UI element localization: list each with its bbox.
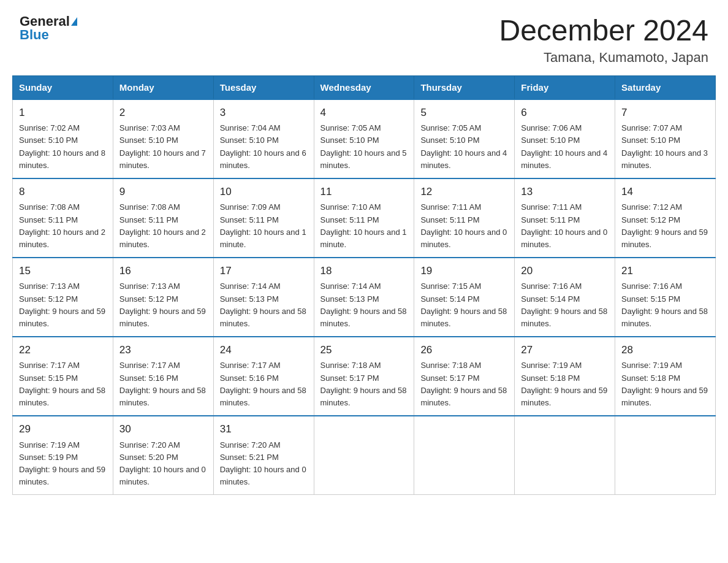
calendar-week-row: 29Sunrise: 7:19 AMSunset: 5:19 PMDayligh… (13, 416, 716, 495)
table-row: 26Sunrise: 7:18 AMSunset: 5:17 PMDayligh… (414, 337, 515, 416)
day-number: 25 (320, 342, 408, 358)
day-number: 22 (19, 342, 107, 358)
day-number: 1 (19, 105, 107, 121)
table-row: 14Sunrise: 7:12 AMSunset: 5:12 PMDayligh… (615, 178, 716, 258)
day-info: Sunrise: 7:18 AMSunset: 5:17 PMDaylight:… (420, 359, 508, 409)
calendar-week-row: 8Sunrise: 7:08 AMSunset: 5:11 PMDaylight… (13, 178, 716, 258)
col-monday: Monday (113, 75, 213, 99)
day-info: Sunrise: 7:18 AMSunset: 5:17 PMDaylight:… (320, 359, 408, 409)
col-thursday: Thursday (414, 75, 515, 99)
table-row: 11Sunrise: 7:10 AMSunset: 5:11 PMDayligh… (314, 178, 414, 258)
day-number: 4 (320, 105, 408, 121)
table-row: 25Sunrise: 7:18 AMSunset: 5:17 PMDayligh… (314, 337, 414, 416)
day-number: 13 (521, 184, 609, 200)
day-info: Sunrise: 7:17 AMSunset: 5:15 PMDaylight:… (19, 359, 107, 409)
day-number: 16 (119, 263, 207, 279)
col-wednesday: Wednesday (314, 75, 414, 99)
table-row: 6Sunrise: 7:06 AMSunset: 5:10 PMDaylight… (515, 99, 615, 178)
logo-triangle-icon (71, 17, 77, 26)
table-row: 16Sunrise: 7:13 AMSunset: 5:12 PMDayligh… (113, 258, 213, 337)
day-info: Sunrise: 7:07 AMSunset: 5:10 PMDaylight:… (621, 122, 709, 172)
table-row: 13Sunrise: 7:11 AMSunset: 5:11 PMDayligh… (515, 178, 615, 258)
day-info: Sunrise: 7:02 AMSunset: 5:10 PMDaylight:… (19, 122, 107, 172)
col-saturday: Saturday (615, 75, 716, 99)
day-info: Sunrise: 7:08 AMSunset: 5:11 PMDaylight:… (19, 201, 107, 251)
day-info: Sunrise: 7:17 AMSunset: 5:16 PMDaylight:… (220, 359, 308, 409)
day-number: 20 (521, 263, 609, 279)
day-number: 24 (220, 342, 308, 358)
day-info: Sunrise: 7:11 AMSunset: 5:11 PMDaylight:… (521, 201, 609, 251)
table-row: 12Sunrise: 7:11 AMSunset: 5:11 PMDayligh… (414, 178, 515, 258)
title-section: December 2024 Tamana, Kumamoto, Japan (499, 15, 708, 66)
table-row (615, 416, 716, 495)
day-number: 27 (521, 342, 609, 358)
table-row: 2Sunrise: 7:03 AMSunset: 5:10 PMDaylight… (113, 99, 213, 178)
day-info: Sunrise: 7:05 AMSunset: 5:10 PMDaylight:… (320, 122, 408, 172)
day-number: 11 (320, 184, 408, 200)
table-row: 21Sunrise: 7:16 AMSunset: 5:15 PMDayligh… (615, 258, 716, 337)
day-number: 10 (220, 184, 308, 200)
day-number: 18 (320, 263, 408, 279)
logo-blue-text: Blue (20, 28, 49, 42)
table-row: 8Sunrise: 7:08 AMSunset: 5:11 PMDaylight… (13, 178, 113, 258)
table-row: 31Sunrise: 7:20 AMSunset: 5:21 PMDayligh… (213, 416, 314, 495)
day-number: 15 (19, 263, 107, 279)
day-info: Sunrise: 7:13 AMSunset: 5:12 PMDaylight:… (119, 280, 207, 330)
day-info: Sunrise: 7:14 AMSunset: 5:13 PMDaylight:… (320, 280, 408, 330)
col-friday: Friday (515, 75, 615, 99)
table-row: 19Sunrise: 7:15 AMSunset: 5:14 PMDayligh… (414, 258, 515, 337)
day-info: Sunrise: 7:14 AMSunset: 5:13 PMDaylight:… (220, 280, 308, 330)
table-row: 5Sunrise: 7:05 AMSunset: 5:10 PMDaylight… (414, 99, 515, 178)
day-number: 23 (119, 342, 207, 358)
day-info: Sunrise: 7:04 AMSunset: 5:10 PMDaylight:… (220, 122, 308, 172)
calendar-table: Sunday Monday Tuesday Wednesday Thursday… (12, 75, 716, 495)
table-row: 23Sunrise: 7:17 AMSunset: 5:16 PMDayligh… (113, 337, 213, 416)
day-number: 9 (119, 184, 207, 200)
table-row: 27Sunrise: 7:19 AMSunset: 5:18 PMDayligh… (515, 337, 615, 416)
day-info: Sunrise: 7:06 AMSunset: 5:10 PMDaylight:… (521, 122, 609, 172)
day-info: Sunrise: 7:11 AMSunset: 5:11 PMDaylight:… (420, 201, 508, 251)
day-info: Sunrise: 7:16 AMSunset: 5:14 PMDaylight:… (521, 280, 609, 330)
day-number: 17 (220, 263, 308, 279)
table-row: 24Sunrise: 7:17 AMSunset: 5:16 PMDayligh… (213, 337, 314, 416)
day-number: 3 (220, 105, 308, 121)
table-row: 1Sunrise: 7:02 AMSunset: 5:10 PMDaylight… (13, 99, 113, 178)
table-row: 10Sunrise: 7:09 AMSunset: 5:11 PMDayligh… (213, 178, 314, 258)
day-number: 12 (420, 184, 508, 200)
day-info: Sunrise: 7:13 AMSunset: 5:12 PMDaylight:… (19, 280, 107, 330)
calendar-week-row: 15Sunrise: 7:13 AMSunset: 5:12 PMDayligh… (13, 258, 716, 337)
day-number: 19 (420, 263, 508, 279)
table-row: 17Sunrise: 7:14 AMSunset: 5:13 PMDayligh… (213, 258, 314, 337)
day-number: 31 (220, 421, 308, 437)
table-row: 15Sunrise: 7:13 AMSunset: 5:12 PMDayligh… (13, 258, 113, 337)
table-row: 30Sunrise: 7:20 AMSunset: 5:20 PMDayligh… (113, 416, 213, 495)
day-number: 28 (621, 342, 709, 358)
table-row (414, 416, 515, 495)
day-info: Sunrise: 7:20 AMSunset: 5:21 PMDaylight:… (220, 439, 308, 489)
day-info: Sunrise: 7:09 AMSunset: 5:11 PMDaylight:… (220, 201, 308, 251)
table-row: 22Sunrise: 7:17 AMSunset: 5:15 PMDayligh… (13, 337, 113, 416)
day-number: 8 (19, 184, 107, 200)
day-number: 29 (19, 421, 107, 437)
day-info: Sunrise: 7:12 AMSunset: 5:12 PMDaylight:… (621, 201, 709, 251)
table-row: 20Sunrise: 7:16 AMSunset: 5:14 PMDayligh… (515, 258, 615, 337)
day-number: 6 (521, 105, 609, 121)
day-info: Sunrise: 7:16 AMSunset: 5:15 PMDaylight:… (621, 280, 709, 330)
table-row: 3Sunrise: 7:04 AMSunset: 5:10 PMDaylight… (213, 99, 314, 178)
logo: General Blue (20, 15, 77, 42)
table-row (515, 416, 615, 495)
day-info: Sunrise: 7:08 AMSunset: 5:11 PMDaylight:… (119, 201, 207, 251)
table-row: 28Sunrise: 7:19 AMSunset: 5:18 PMDayligh… (615, 337, 716, 416)
day-info: Sunrise: 7:17 AMSunset: 5:16 PMDaylight:… (119, 359, 207, 409)
table-row: 9Sunrise: 7:08 AMSunset: 5:11 PMDaylight… (113, 178, 213, 258)
day-number: 30 (119, 421, 207, 437)
day-number: 5 (420, 105, 508, 121)
table-row: 7Sunrise: 7:07 AMSunset: 5:10 PMDaylight… (615, 99, 716, 178)
calendar-subtitle: Tamana, Kumamoto, Japan (499, 50, 708, 66)
day-number: 14 (621, 184, 709, 200)
table-row: 29Sunrise: 7:19 AMSunset: 5:19 PMDayligh… (13, 416, 113, 495)
day-number: 2 (119, 105, 207, 121)
calendar-title: December 2024 (499, 15, 708, 47)
calendar-week-row: 22Sunrise: 7:17 AMSunset: 5:15 PMDayligh… (13, 337, 716, 416)
logo-general-text: General (20, 15, 70, 28)
